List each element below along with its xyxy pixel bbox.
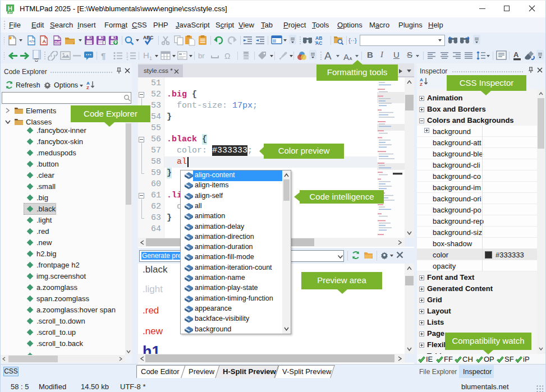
svg-text:H: H [143,50,149,60]
svg-text:A: A [513,50,519,59]
svg-text:ABC: ABC [143,35,153,40]
svg-text:AB: AB [315,35,322,41]
svg-text:3: 3 [126,58,129,61]
svg-text:</>: </> [29,39,35,43]
svg-text:Z: Z [86,85,89,90]
svg-text:{··}: {··} [348,37,357,44]
svg-text:1: 1 [149,56,152,61]
svg-text:Ω: Ω [224,52,230,61]
svg-text:H: H [8,5,12,12]
svg-text:PHP: PHP [54,40,61,44]
svg-text:¶: ¶ [101,51,105,61]
svg-text:A: A [324,50,332,62]
svg-text:A: A [343,52,349,62]
svg-text:Z: Z [420,82,423,86]
svg-text:AC: AC [315,40,322,46]
svg-text:br: br [198,52,205,60]
svg-text:A: A [43,39,47,44]
